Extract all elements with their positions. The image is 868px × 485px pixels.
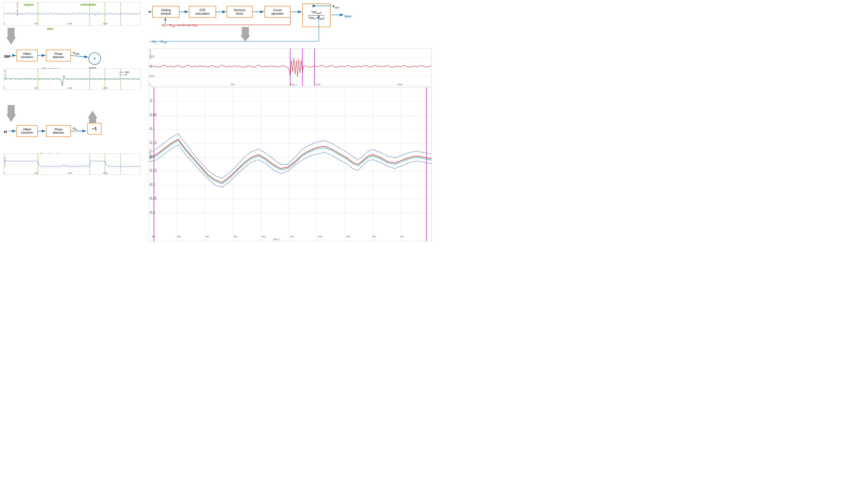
pulse-yaxis: Pulse intervals, s <box>4 155 6 168</box>
phi-diff-bottom-label: ΦPI − ΦSBP <box>152 40 167 44</box>
decision-block-box: Decision block <box>227 6 253 18</box>
episodes-chart: 0 -0.05 -0.1 -0.15 -0.2 -0.25 -0.3 -0.35… <box>149 87 432 241</box>
svg-text:-0.35: -0.35 <box>149 196 157 201</box>
ep-x860: 860 <box>262 235 266 238</box>
svg-text:-0.3: -0.3 <box>149 182 155 186</box>
left-panel: Systolic blood pressure 0 500 1000 1500 … <box>0 0 146 243</box>
phasediff-x500: 500 <box>231 83 235 86</box>
phi-sbp-sub: SBP <box>75 53 80 55</box>
svg-text:-0.5: -0.5 <box>149 75 154 78</box>
arrow-pi-down <box>7 105 16 123</box>
ep-x880: 880 <box>318 235 322 238</box>
hut-label: HUT <box>47 27 54 31</box>
svg-text:0: 0 <box>150 99 152 103</box>
sync-label: Sync <box>344 14 351 18</box>
t-function-box: T(Φsync) T(ΦPI−ΦSBP) <box>302 4 331 27</box>
phi-pi-sub: PI <box>75 128 77 131</box>
phasediff-yaxis: Phase, rad <box>149 50 151 59</box>
svg-marker-47 <box>241 27 250 41</box>
ep-yaxis: Phase, rad <box>149 149 151 158</box>
pulse-x1500: 1500 <box>103 172 108 174</box>
hilbert2-label: Hilbert transform <box>21 128 33 134</box>
phase2-label: Phase detection <box>53 128 64 134</box>
pulse-chart: 0 500 1000 1500 Pulse intervals, s <box>4 153 141 175</box>
count-label: Count episodes <box>271 8 284 16</box>
svg-text:-0.15: -0.15 <box>149 141 157 145</box>
ep-x890: 890 <box>347 235 350 238</box>
plus-symbol: + <box>93 56 96 62</box>
record-scan-label: ΦPI − ΦSBP record scan loop <box>162 24 197 27</box>
sbp-x0: 0 <box>4 23 5 25</box>
svg-marker-17 <box>7 105 16 122</box>
arrow-down-phase <box>241 27 250 42</box>
svg-text:-0.05: -0.05 <box>149 113 157 117</box>
svg-line-27 <box>71 56 88 57</box>
gliding-window-box: Gliding window <box>152 6 180 18</box>
phi-sbp-symbol: Φ <box>73 51 75 55</box>
pulse-x1000: 1000 <box>67 172 72 174</box>
ep-x910: 910 <box>400 235 404 238</box>
hilbert-transform-2-box: Hilbert transform <box>17 125 38 137</box>
main-container: Systolic blood pressure 0 500 1000 1500 … <box>0 0 434 243</box>
hilbert-yaxis: Phase, rad <box>4 70 6 79</box>
plus-circle: + <box>89 53 101 65</box>
phi-sync-label: Φsync <box>332 4 339 9</box>
phi-pi-label: ΦPI <box>73 127 77 131</box>
ep-x840: 840 <box>206 235 209 238</box>
arrow-sbp-down <box>7 28 16 46</box>
orthostatic-label: orthostatic <box>80 3 96 6</box>
ep-time-label: Time, s <box>273 238 280 241</box>
hilbert1-label: Hilbert transform <box>21 52 33 59</box>
pi-label-box: PI <box>2 127 9 137</box>
std-label: STD calculation <box>195 8 210 16</box>
sbp-text: SBP <box>4 55 11 58</box>
svg-text:-0.4: -0.4 <box>149 210 155 214</box>
supine-label: supine <box>24 3 34 6</box>
ep-x900: 900 <box>372 235 376 238</box>
t-line2: T(ΦPI−ΦSBP) <box>308 16 324 20</box>
left-connectors <box>0 0 146 243</box>
right-flow-diagram: Gliding window STD calculation Decision … <box>149 1 432 47</box>
sbp-x500: 500 <box>34 23 38 25</box>
sbp-x1000: 1000 <box>67 23 72 25</box>
svg-text:-0.25: -0.25 <box>149 169 157 173</box>
phasediff-time-label: Time, s <box>290 83 297 86</box>
hilbert-x500: 500 <box>34 87 38 89</box>
svg-text:PI: PI <box>125 74 127 76</box>
hilbert-x1000: 1000 <box>67 87 72 89</box>
t-function-content: T(Φsync) T(ΦPI−ΦSBP) <box>308 11 324 20</box>
right-panel: Gliding window STD calculation Decision … <box>146 0 434 243</box>
ep-x820: 820 <box>152 235 155 238</box>
phasediff-x1000: 1000 <box>316 83 320 86</box>
phasediff-x1500: 1500 <box>397 83 402 86</box>
svg-text:SBP: SBP <box>125 71 129 73</box>
ep-x870: 870 <box>290 235 294 238</box>
ep-x850: 850 <box>234 235 237 238</box>
phi-sbp-label: ΦSBP <box>73 51 80 55</box>
phase-detection-1-box: Phase detection <box>46 50 71 61</box>
svg-text:-0.1: -0.1 <box>149 127 155 131</box>
pi-text: PI <box>4 130 7 134</box>
svg-marker-5 <box>7 28 16 44</box>
pulse-x500: 500 <box>34 172 38 174</box>
sbp-yaxis: Syst BP, mmHg <box>4 3 19 16</box>
phase1-label: Phase detection <box>53 52 64 59</box>
decision-label: Decision block <box>234 8 246 16</box>
t-line1: T(Φsync) <box>308 11 324 14</box>
hilbert-chart: SBP PI 0 500 1000 1500 Phase, rad <box>4 68 141 90</box>
minus1-label: −1 <box>92 126 97 131</box>
sbp-x1500: 1500 <box>103 23 108 25</box>
phasediff-x0: 0 <box>150 83 151 86</box>
svg-text:0: 0 <box>150 65 152 68</box>
hilbert-transform-1-box: Hilbert transform <box>17 50 38 61</box>
gliding-window-label: Gliding window <box>161 8 171 16</box>
hilbert-x0: 0 <box>4 87 5 89</box>
std-calculation-box: STD calculation <box>189 6 216 18</box>
ep-x830: 830 <box>177 235 181 238</box>
sbp-label-box: SBP <box>2 52 13 61</box>
phase-detection-2-box: Phase detection <box>46 125 71 137</box>
phase-diff-chart: 0.5 0 -0.5 0 500 1000 1500 Time, s Phase… <box>149 49 432 86</box>
pulse-x0: 0 <box>4 172 5 174</box>
minus1-box: −1 <box>87 123 101 134</box>
count-episodes-box: Count episodes <box>265 6 290 18</box>
